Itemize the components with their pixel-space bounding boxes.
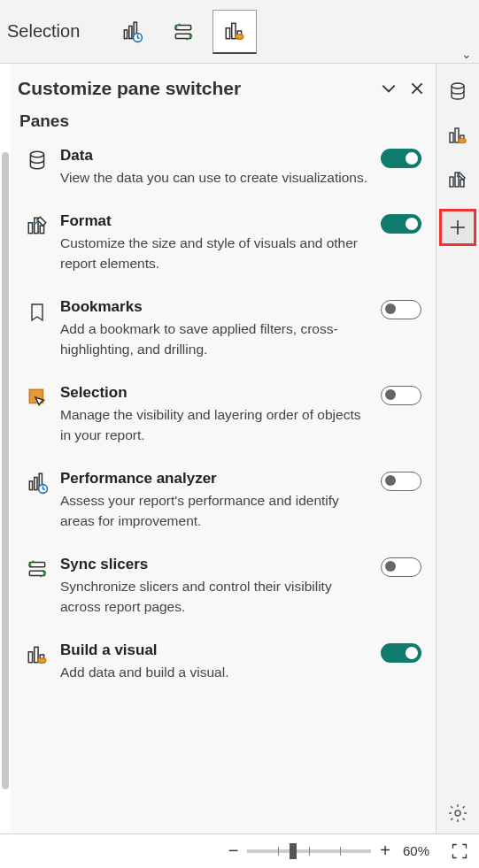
pane-name: Build a visual: [60, 641, 374, 659]
pane-item-format: FormatCustomize the size and style of vi…: [18, 212, 425, 273]
svg-point-29: [459, 139, 466, 143]
pane-item-sync: Sync slicersSynchronize slicers and cont…: [18, 556, 425, 617]
svg-rect-26: [450, 133, 453, 142]
toolbar-expand-caret-icon[interactable]: ⌄: [461, 47, 472, 61]
rail-format-icon[interactable]: [443, 165, 473, 195]
toolbar-perf-analyzer-button[interactable]: [110, 10, 154, 54]
svg-rect-30: [450, 177, 453, 187]
svg-rect-11: [28, 223, 32, 234]
fit-to-page-icon[interactable]: [451, 842, 468, 860]
svg-rect-32: [460, 180, 464, 187]
zoom-slider-track[interactable]: [247, 849, 371, 853]
pane-item-selection: SelectionManage the visibility and layer…: [18, 384, 425, 445]
zoom-control: − +: [227, 841, 392, 861]
svg-point-9: [236, 35, 243, 39]
left-scrollbar[interactable]: [0, 64, 11, 833]
close-icon[interactable]: [409, 81, 425, 96]
svg-point-10: [30, 151, 43, 157]
pane-description: Customize the size and style of visuals …: [60, 234, 374, 273]
paintbrush-icon: [21, 212, 53, 237]
database-icon: [21, 147, 53, 172]
svg-rect-13: [40, 226, 43, 234]
svg-rect-21: [28, 652, 32, 663]
customize-pane-switcher-panel: Customize pane switcher Panes DataView t…: [11, 64, 437, 833]
rail-settings-icon[interactable]: [443, 798, 473, 828]
svg-rect-19: [29, 563, 44, 567]
toggle-format[interactable]: [381, 214, 421, 234]
toggle-build[interactable]: [381, 643, 421, 663]
status-bar: − + 60%: [0, 833, 479, 867]
panel-title: Customize pane switcher: [18, 78, 241, 99]
pane-description: Assess your report's performance and ide…: [60, 491, 374, 531]
pane-description: Add a bookmark to save applied filters, …: [60, 319, 374, 359]
zoom-in-button[interactable]: +: [378, 841, 392, 861]
svg-rect-4: [176, 25, 191, 29]
toggle-selection[interactable]: [381, 386, 421, 405]
scrollbar-thumb[interactable]: [2, 152, 9, 789]
pane-item-build: Build a visualAdd data and build a visua…: [18, 641, 425, 682]
pane-item-data: DataView the data you can use to create …: [18, 147, 425, 188]
collapse-icon[interactable]: [381, 81, 397, 96]
svg-rect-15: [29, 481, 32, 490]
pane-name: Selection: [60, 384, 374, 402]
svg-rect-1: [129, 26, 132, 38]
selection-icon: [21, 384, 53, 409]
svg-rect-16: [35, 478, 37, 490]
toolbar-sync-slicers-button[interactable]: [161, 10, 205, 54]
toolbar-build-visual-button[interactable]: [212, 10, 257, 54]
rail-add-pane-button[interactable]: [439, 209, 476, 246]
pane-name: Performance analyzer: [60, 470, 374, 488]
svg-rect-5: [176, 34, 191, 38]
section-title-panes: Panes: [19, 111, 425, 131]
rail-build-visual-icon[interactable]: [443, 120, 473, 150]
pane-switcher-rail: [437, 64, 479, 833]
toggle-data[interactable]: [381, 149, 421, 168]
zoom-slider-thumb[interactable]: [290, 843, 297, 859]
zoom-out-button[interactable]: −: [227, 841, 241, 861]
toggle-sync[interactable]: [381, 557, 421, 577]
pane-item-perf: Performance analyzerAssess your report's…: [18, 470, 425, 531]
zoom-value[interactable]: 60%: [403, 843, 440, 858]
toggle-bookmarks[interactable]: [381, 300, 421, 319]
build-icon: [21, 641, 53, 666]
svg-point-25: [452, 83, 464, 88]
perf-icon: [21, 470, 53, 495]
svg-rect-20: [29, 571, 44, 575]
svg-rect-6: [227, 28, 230, 39]
pane-description: View the data you can use to create visu…: [60, 168, 374, 188]
pane-name: Format: [60, 212, 374, 230]
pane-description: Add data and build a visual.: [60, 663, 374, 682]
svg-rect-0: [125, 29, 127, 38]
bookmark-icon: [21, 298, 53, 325]
svg-point-33: [455, 810, 460, 816]
pane-description: Synchronize slicers and control their vi…: [60, 577, 374, 617]
ribbon-tab-selection[interactable]: Selection: [7, 21, 80, 42]
pane-name: Bookmarks: [60, 298, 374, 316]
svg-point-24: [38, 658, 46, 663]
pane-item-bookmarks: BookmarksAdd a bookmark to save applied …: [18, 298, 425, 359]
pane-description: Manage the visibility and layering order…: [60, 405, 374, 445]
pane-name: Sync slicers: [60, 556, 374, 573]
rail-data-icon[interactable]: [443, 76, 473, 106]
pane-name: Data: [60, 147, 374, 165]
toggle-perf[interactable]: [381, 472, 421, 491]
sync-icon: [21, 556, 53, 580]
top-toolbar: Selection ⌄: [0, 0, 479, 64]
